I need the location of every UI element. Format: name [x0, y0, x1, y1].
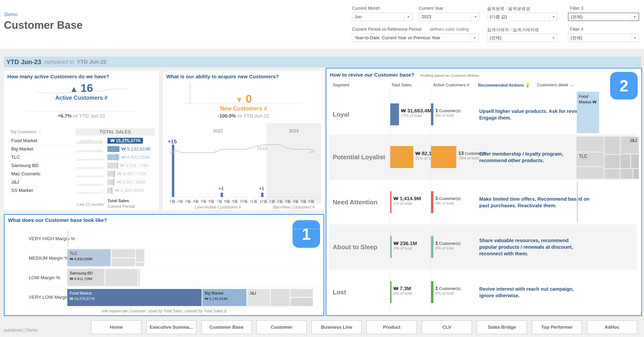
treemap-block[interactable] — [604, 169, 620, 179]
row-separator — [25, 287, 322, 287]
treemap-block-tlc[interactable]: TLC ₩ 4,932,058K — [67, 249, 111, 266]
recommended-action: Upsell higher value products. Ask for re… — [479, 95, 586, 134]
brand-label: quickcost | Demo — [4, 328, 38, 333]
sales-bar[interactable] — [390, 103, 399, 125]
chevron-down-icon[interactable]: ▼ — [550, 13, 558, 21]
down-triangle-icon: ▼ — [235, 95, 243, 105]
recommended-actions-label: Recommended Actions — [478, 83, 524, 88]
treemap-block-big-market[interactable]: Big Market ₩ 5,132,619K — [202, 289, 246, 306]
recommended-action: Revive interest with reach out campaign,… — [479, 270, 586, 315]
nav-button-executive-summary[interactable]: Executive Summa... — [146, 320, 196, 334]
treemap-block[interactable] — [112, 258, 135, 266]
treemap-block[interactable] — [604, 137, 620, 154]
customer-row: TLC ₩ 4,932,058K — [4, 153, 159, 162]
treemap-block-samsung[interactable]: Samsung BD ₩ 4,511,726K — [67, 269, 104, 286]
sales-bar[interactable] — [108, 154, 119, 160]
nav-button-sales-bridge[interactable]: Sales Bridge — [477, 320, 527, 334]
treemap-block-tlc[interactable]: TLC — [576, 152, 604, 166]
month-tick: 3월 — [285, 199, 290, 204]
chevron-down-icon[interactable]: ▼ — [550, 34, 558, 42]
col-header-customers-detail[interactable]: Customers detail → — [537, 83, 573, 88]
sales-bar[interactable] — [390, 281, 392, 303]
new-customers-bar-dec22[interactable] — [261, 193, 264, 197]
treemap-block[interactable] — [290, 298, 313, 306]
nav-button-customer[interactable]: Customer — [256, 320, 307, 334]
chevron-down-icon[interactable]: ▼ — [470, 34, 478, 42]
item-category-dropdown[interactable]: (다중 값) ▼ — [487, 13, 558, 21]
sales-bar[interactable] — [108, 163, 118, 169]
sales-bar[interactable] — [108, 146, 120, 152]
filter3-dropdown[interactable]: (전체) ▼ — [568, 13, 639, 21]
breadcrumb[interactable]: Demo — [4, 12, 17, 17]
month-tick: 4월 — [193, 199, 198, 204]
treemap-block[interactable] — [105, 269, 138, 286]
col-header-active-customers: Active Customers # — [433, 83, 469, 88]
treemap-block[interactable] — [604, 155, 620, 168]
customer-name: TLC — [11, 153, 20, 161]
chevron-down-icon[interactable]: ▼ — [472, 13, 480, 21]
customers-bar[interactable] — [431, 281, 434, 303]
nav-button-home[interactable]: Home — [91, 320, 142, 334]
treemap-block[interactable] — [631, 154, 639, 168]
block-name: TLC — [70, 251, 111, 256]
customer-row: Samsung BD ₩ 4,511,726K — [4, 161, 159, 170]
nav-button-customer-base[interactable]: Customer Base — [201, 320, 252, 334]
treemap-block[interactable] — [136, 263, 144, 266]
treemap-block[interactable] — [634, 169, 639, 179]
treemap-block-food-market[interactable]: Food Market ₩ 15,275,377K — [67, 289, 202, 306]
treemap-block[interactable] — [290, 289, 313, 297]
treemap-block[interactable] — [576, 137, 604, 152]
sales-value: ₩ 2,284,465K — [115, 186, 144, 195]
nav-button-adhoc[interactable]: AdHoc — [587, 320, 637, 334]
sales-bar[interactable] — [390, 146, 414, 168]
treemap-block[interactable] — [136, 249, 144, 262]
nav-button-product[interactable]: Product — [366, 320, 417, 334]
customers-bar[interactable] — [431, 191, 434, 213]
reference-tick — [118, 162, 118, 169]
customers-bar[interactable] — [431, 236, 434, 258]
chevron-down-icon[interactable]: ▼ — [631, 34, 639, 42]
row-sparkline — [76, 179, 103, 185]
sales-bar[interactable] — [390, 191, 392, 213]
customers-cell: 1 Customer(s) 6% of total — [435, 285, 461, 295]
customers-bar[interactable] — [431, 103, 434, 125]
nav-button-clv[interactable]: CLV — [422, 320, 472, 334]
callout-badge-1: 1 — [292, 220, 320, 248]
row-separator — [25, 268, 322, 268]
block-name: Big Market — [205, 291, 246, 296]
segment-label: Loyal — [333, 95, 349, 134]
nav-button-business-line[interactable]: Business Line — [312, 320, 362, 334]
customers-count: 13 — [458, 150, 464, 156]
treemap-sliver[interactable] — [138, 269, 140, 286]
treemap-block-jnj[interactable]: J&J — [247, 289, 270, 306]
up-triangle-icon: ▲ — [70, 84, 78, 94]
period-dropdown[interactable]: Year-to-Date: Current Year vs Previous Y… — [352, 34, 479, 42]
comparison-label: vs YTD Jun-22 — [73, 113, 105, 119]
sales-bar[interactable] — [390, 236, 392, 258]
treemap-block[interactable] — [620, 169, 633, 179]
top-customers-link[interactable]: Top Customers → — [10, 130, 42, 134]
account-dropdown[interactable]: (전체) ▼ — [487, 34, 558, 42]
nav-button-top-performer[interactable]: Top Performer — [532, 320, 582, 334]
current-year-dropdown[interactable]: 2023 ▼ — [419, 13, 480, 21]
filter4-dropdown[interactable]: (전체) ▼ — [568, 34, 639, 42]
current-month-dropdown[interactable]: Jun ▼ — [352, 13, 412, 21]
block-name: Samsung BD — [70, 271, 104, 276]
caption-line: Line=Active Customers # — [170, 205, 266, 210]
treemap-block[interactable] — [620, 154, 630, 168]
line-label-start: 15 — [169, 150, 174, 155]
treemap-block-food-market[interactable]: Food Market ₩ — [577, 92, 599, 133]
treemap-block[interactable] — [112, 249, 135, 257]
sales-value: ₩ 7.3M — [394, 285, 412, 291]
chevron-down-icon[interactable]: ▼ — [630, 13, 639, 21]
customers-bar[interactable] — [431, 146, 456, 168]
treemap-sliver[interactable] — [67, 230, 69, 246]
comparison-label: vs YTD Jun-22 — [237, 113, 269, 119]
new-customers-bar-jul22[interactable] — [220, 193, 223, 197]
treemap-block-jnj[interactable]: J&J — [620, 137, 639, 154]
customer-row: J&J ₩ 2,667,183K — [4, 178, 159, 187]
treemap-block[interactable] — [270, 289, 290, 306]
treemap-sliver[interactable] — [577, 182, 578, 222]
treemap-block[interactable] — [576, 167, 604, 179]
chevron-down-icon[interactable]: ▼ — [404, 13, 412, 21]
